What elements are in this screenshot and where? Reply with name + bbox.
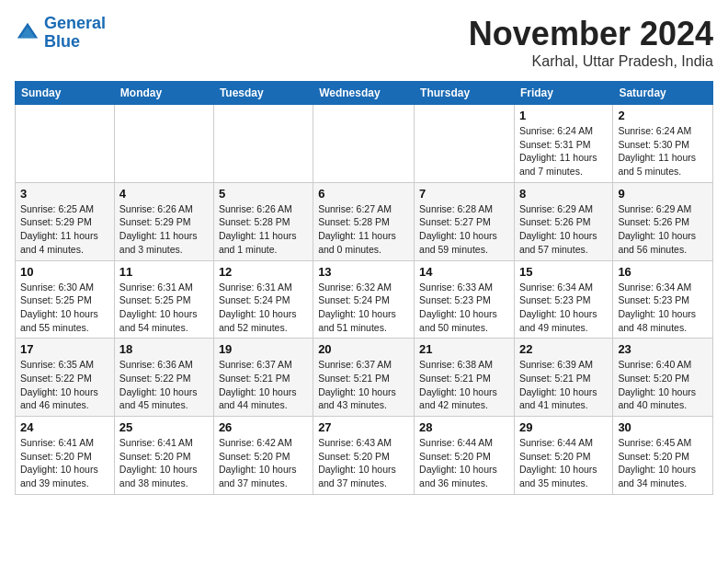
day-number: 20 — [318, 342, 409, 356]
day-number: 19 — [219, 342, 308, 356]
day-number: 27 — [318, 420, 409, 434]
day-number: 14 — [419, 265, 509, 279]
day-number: 15 — [519, 265, 608, 279]
day-detail: Sunrise: 6:40 AM Sunset: 5:20 PM Dayligh… — [618, 358, 708, 412]
calendar-cell: 23Sunrise: 6:40 AM Sunset: 5:20 PM Dayli… — [613, 339, 713, 417]
day-detail: Sunrise: 6:37 AM Sunset: 5:21 PM Dayligh… — [318, 358, 409, 412]
day-detail: Sunrise: 6:41 AM Sunset: 5:20 PM Dayligh… — [119, 436, 209, 490]
calendar-cell: 14Sunrise: 6:33 AM Sunset: 5:23 PM Dayli… — [415, 260, 515, 339]
logo: General Blue — [15, 15, 106, 52]
calendar-cell: 26Sunrise: 6:42 AM Sunset: 5:20 PM Dayli… — [213, 417, 313, 495]
logo-line1: General — [44, 14, 106, 32]
day-detail: Sunrise: 6:38 AM Sunset: 5:21 PM Dayligh… — [419, 358, 509, 412]
calendar-cell: 27Sunrise: 6:43 AM Sunset: 5:20 PM Dayli… — [313, 417, 415, 495]
day-detail: Sunrise: 6:45 AM Sunset: 5:20 PM Dayligh… — [618, 436, 708, 490]
day-detail: Sunrise: 6:32 AM Sunset: 5:24 PM Dayligh… — [318, 281, 409, 335]
day-number: 23 — [618, 342, 708, 356]
weekday-header-cell: Tuesday — [213, 82, 313, 105]
day-number: 22 — [519, 342, 608, 356]
day-number: 8 — [519, 187, 608, 201]
calendar-cell: 10Sunrise: 6:30 AM Sunset: 5:25 PM Dayli… — [16, 260, 115, 339]
day-number: 16 — [618, 265, 708, 279]
day-number: 10 — [20, 265, 109, 279]
day-number: 21 — [419, 342, 509, 356]
calendar-cell: 17Sunrise: 6:35 AM Sunset: 5:22 PM Dayli… — [16, 339, 115, 417]
calendar-cell — [415, 105, 515, 183]
logo-text: General Blue — [44, 15, 106, 52]
calendar-cell: 30Sunrise: 6:45 AM Sunset: 5:20 PM Dayli… — [613, 417, 713, 495]
calendar-cell: 11Sunrise: 6:31 AM Sunset: 5:25 PM Dayli… — [114, 260, 213, 339]
location-title: Karhal, Uttar Pradesh, India — [469, 53, 713, 70]
day-number: 9 — [618, 187, 708, 201]
calendar-cell: 9Sunrise: 6:29 AM Sunset: 5:26 PM Daylig… — [613, 182, 713, 260]
day-detail: Sunrise: 6:43 AM Sunset: 5:20 PM Dayligh… — [318, 436, 409, 490]
calendar-cell: 8Sunrise: 6:29 AM Sunset: 5:26 PM Daylig… — [514, 182, 612, 260]
calendar-week-row: 1Sunrise: 6:24 AM Sunset: 5:31 PM Daylig… — [16, 105, 713, 183]
day-detail: Sunrise: 6:27 AM Sunset: 5:28 PM Dayligh… — [318, 202, 409, 257]
weekday-header-row: SundayMondayTuesdayWednesdayThursdayFrid… — [16, 82, 713, 105]
day-detail: Sunrise: 6:34 AM Sunset: 5:23 PM Dayligh… — [618, 281, 708, 335]
day-detail: Sunrise: 6:44 AM Sunset: 5:20 PM Dayligh… — [519, 436, 608, 490]
day-number: 28 — [419, 420, 509, 434]
calendar-cell: 15Sunrise: 6:34 AM Sunset: 5:23 PM Dayli… — [514, 260, 612, 339]
day-number: 2 — [618, 109, 708, 122]
calendar-cell: 25Sunrise: 6:41 AM Sunset: 5:20 PM Dayli… — [114, 417, 213, 495]
day-detail: Sunrise: 6:24 AM Sunset: 5:30 PM Dayligh… — [618, 124, 708, 178]
day-detail: Sunrise: 6:35 AM Sunset: 5:22 PM Dayligh… — [20, 358, 109, 412]
calendar-week-row: 17Sunrise: 6:35 AM Sunset: 5:22 PM Dayli… — [16, 339, 713, 417]
weekday-header-cell: Friday — [514, 82, 612, 105]
day-detail: Sunrise: 6:25 AM Sunset: 5:29 PM Dayligh… — [20, 202, 109, 257]
calendar-cell: 28Sunrise: 6:44 AM Sunset: 5:20 PM Dayli… — [415, 417, 515, 495]
calendar-cell: 3Sunrise: 6:25 AM Sunset: 5:29 PM Daylig… — [16, 182, 115, 260]
day-detail: Sunrise: 6:37 AM Sunset: 5:21 PM Dayligh… — [219, 358, 308, 412]
day-number: 30 — [618, 420, 708, 434]
calendar-cell — [213, 105, 313, 183]
calendar-cell: 24Sunrise: 6:41 AM Sunset: 5:20 PM Dayli… — [16, 417, 115, 495]
day-number: 18 — [119, 342, 209, 356]
logo-icon — [15, 20, 40, 46]
day-detail: Sunrise: 6:33 AM Sunset: 5:23 PM Dayligh… — [419, 281, 509, 335]
weekday-header-cell: Thursday — [415, 82, 515, 105]
day-number: 13 — [318, 265, 409, 279]
day-detail: Sunrise: 6:41 AM Sunset: 5:20 PM Dayligh… — [20, 436, 109, 490]
day-number: 11 — [119, 265, 209, 279]
calendar-body: 1Sunrise: 6:24 AM Sunset: 5:31 PM Daylig… — [16, 105, 713, 495]
day-detail: Sunrise: 6:42 AM Sunset: 5:20 PM Dayligh… — [219, 436, 308, 490]
day-number: 1 — [519, 109, 608, 122]
day-detail: Sunrise: 6:28 AM Sunset: 5:27 PM Dayligh… — [419, 202, 509, 257]
calendar-cell: 19Sunrise: 6:37 AM Sunset: 5:21 PM Dayli… — [213, 339, 313, 417]
day-detail: Sunrise: 6:26 AM Sunset: 5:28 PM Dayligh… — [219, 202, 308, 257]
day-detail: Sunrise: 6:34 AM Sunset: 5:23 PM Dayligh… — [519, 281, 608, 335]
day-number: 26 — [219, 420, 308, 434]
day-detail: Sunrise: 6:31 AM Sunset: 5:25 PM Dayligh… — [119, 281, 209, 335]
day-number: 25 — [119, 420, 209, 434]
calendar-cell: 18Sunrise: 6:36 AM Sunset: 5:22 PM Dayli… — [114, 339, 213, 417]
day-detail: Sunrise: 6:29 AM Sunset: 5:26 PM Dayligh… — [618, 202, 708, 257]
day-number: 24 — [20, 420, 109, 434]
weekday-header-cell: Saturday — [613, 82, 713, 105]
weekday-header-cell: Monday — [114, 82, 213, 105]
calendar-cell: 22Sunrise: 6:39 AM Sunset: 5:21 PM Dayli… — [514, 339, 612, 417]
calendar-cell: 29Sunrise: 6:44 AM Sunset: 5:20 PM Dayli… — [514, 417, 612, 495]
weekday-header-cell: Sunday — [16, 82, 115, 105]
day-detail: Sunrise: 6:29 AM Sunset: 5:26 PM Dayligh… — [519, 202, 608, 257]
day-number: 6 — [318, 187, 409, 201]
calendar-week-row: 24Sunrise: 6:41 AM Sunset: 5:20 PM Dayli… — [16, 417, 713, 495]
page-header: General Blue November 2024 Karhal, Uttar… — [15, 15, 713, 70]
calendar-week-row: 3Sunrise: 6:25 AM Sunset: 5:29 PM Daylig… — [16, 182, 713, 260]
calendar-cell — [114, 105, 213, 183]
day-detail: Sunrise: 6:31 AM Sunset: 5:24 PM Dayligh… — [219, 281, 308, 335]
day-number: 29 — [519, 420, 608, 434]
calendar-cell: 4Sunrise: 6:26 AM Sunset: 5:29 PM Daylig… — [114, 182, 213, 260]
calendar-cell: 1Sunrise: 6:24 AM Sunset: 5:31 PM Daylig… — [514, 105, 612, 183]
day-detail: Sunrise: 6:24 AM Sunset: 5:31 PM Dayligh… — [519, 124, 608, 178]
day-number: 3 — [20, 187, 109, 201]
calendar-cell: 20Sunrise: 6:37 AM Sunset: 5:21 PM Dayli… — [313, 339, 415, 417]
calendar-cell: 5Sunrise: 6:26 AM Sunset: 5:28 PM Daylig… — [213, 182, 313, 260]
day-detail: Sunrise: 6:26 AM Sunset: 5:29 PM Dayligh… — [119, 202, 209, 257]
calendar-cell: 12Sunrise: 6:31 AM Sunset: 5:24 PM Dayli… — [213, 260, 313, 339]
calendar-week-row: 10Sunrise: 6:30 AM Sunset: 5:25 PM Dayli… — [16, 260, 713, 339]
day-detail: Sunrise: 6:39 AM Sunset: 5:21 PM Dayligh… — [519, 358, 608, 412]
calendar-cell: 2Sunrise: 6:24 AM Sunset: 5:30 PM Daylig… — [613, 105, 713, 183]
day-detail: Sunrise: 6:44 AM Sunset: 5:20 PM Dayligh… — [419, 436, 509, 490]
